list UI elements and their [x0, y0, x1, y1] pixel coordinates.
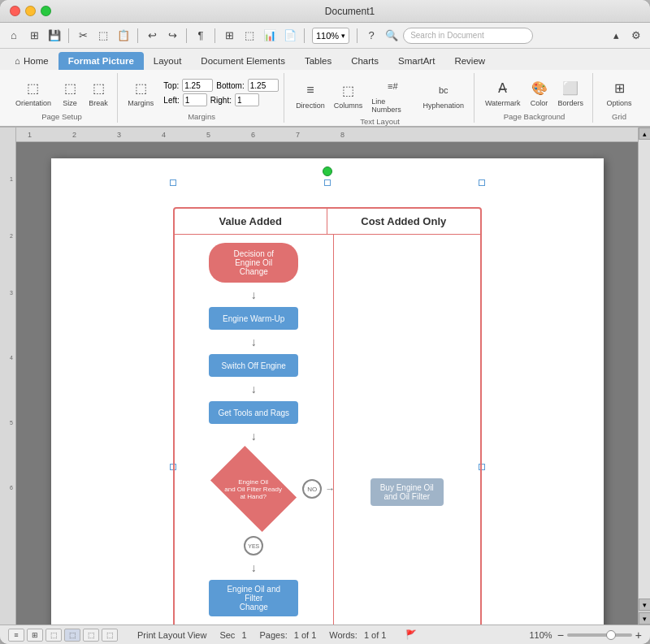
size-button[interactable]: ⬚ Size [57, 76, 83, 109]
tab-review[interactable]: Review [444, 52, 495, 70]
search-box[interactable]: Search in Document [403, 28, 533, 44]
margins-icon: ⬚ [131, 78, 150, 97]
fc-no-arrow: → [325, 483, 335, 495]
fc-yes-label: YES [248, 543, 259, 549]
tab-format-picture[interactable]: Format Picture [58, 52, 144, 70]
tab-home[interactable]: ⌂ Home [5, 52, 58, 70]
scroll-down-button-top[interactable]: ▾ [639, 599, 651, 611]
group-label-grid: Grid [612, 110, 626, 121]
gear-icon[interactable]: ⚙ [627, 27, 645, 45]
frame-icon[interactable]: ⬚ [240, 27, 258, 45]
direction-button[interactable]: ≡ Direction [292, 79, 328, 111]
orientation-button[interactable]: ⬚ Orientation [12, 76, 54, 109]
page-icon[interactable]: 📄 [281, 27, 299, 45]
scroll-up-button[interactable]: ▴ [639, 128, 651, 140]
view-icon-3[interactable]: ⬚ [46, 629, 62, 642]
fc-no-branch: NO → [302, 479, 335, 499]
search-icon-btn[interactable]: 🔍 [383, 27, 401, 45]
borders-button[interactable]: ⬜ Borders [555, 76, 587, 109]
margin-right-input[interactable] [235, 93, 259, 106]
margin-left-input[interactable] [183, 93, 207, 106]
separator5 [304, 28, 305, 43]
tab-charts[interactable]: Charts [341, 52, 388, 70]
undo-icon[interactable]: ↩ [143, 27, 161, 45]
lineno-button[interactable]: ≡# Line Numbers [368, 75, 417, 115]
handle-tc[interactable] [324, 179, 331, 186]
separator [68, 28, 69, 43]
separator3 [186, 28, 187, 43]
pages-value: 1 of 1 [294, 630, 317, 640]
close-button[interactable] [10, 6, 20, 16]
watermark-button[interactable]: A̶ Watermark [482, 76, 524, 109]
zoom-out-button[interactable]: − [557, 629, 564, 642]
group-label-text-layout: Text Layout [360, 115, 400, 126]
scissors-icon[interactable]: ✂ [74, 27, 92, 45]
hyphenation-button[interactable]: bc Hyphenation [419, 79, 467, 111]
pages-label: Pages: [260, 630, 288, 640]
collapse-icon[interactable]: ▴ [607, 27, 625, 45]
margin-bottom-input[interactable] [248, 79, 279, 92]
options-button[interactable]: ⊞ Options [603, 76, 635, 109]
tab-tables[interactable]: Tables [295, 52, 341, 70]
section-value: 1 [241, 630, 246, 640]
zoom-slider-area: 110% − + [529, 629, 642, 642]
status-bar: ≡ ⊞ ⬚ ⬚ ⬚ ⬚ Print Layout View Sec 1 Page… [0, 625, 650, 644]
section-label: Sec [219, 630, 235, 640]
maximize-button[interactable] [41, 6, 51, 16]
margin-top-input[interactable] [182, 79, 213, 92]
separator4 [214, 28, 215, 43]
rotation-handle[interactable] [323, 166, 332, 176]
page-setup-icons: ⬚ Orientation ⬚ Size ⬚ Break [12, 75, 111, 110]
tab-document-elements[interactable]: Document Elements [191, 52, 295, 70]
fc-decision-label: Engine Oil and Oil Filter Ready at Hand? [221, 478, 286, 500]
title-bar: Document1 [0, 0, 650, 23]
help-icon[interactable]: ? [362, 27, 380, 45]
copy-icon[interactable]: ⬚ [94, 27, 112, 45]
grid-icons: ⊞ Options [603, 75, 635, 110]
handle-tr[interactable] [479, 179, 485, 186]
save-icon[interactable]: 💾 [46, 27, 63, 45]
zoom-display[interactable]: 110% ▾ [312, 28, 349, 44]
status-flag-icon: 🚩 [405, 629, 417, 640]
flowchart: Value Added Cost Added Only Decision of … [173, 207, 482, 625]
scroll-down-button-bottom[interactable]: ▾ [639, 612, 651, 625]
home-icon[interactable]: ⌂ [5, 27, 23, 45]
options-icon: ⊞ [609, 78, 629, 97]
tab-layout[interactable]: Layout [144, 52, 192, 70]
scroll-track[interactable] [639, 140, 650, 599]
paste-icon[interactable]: 📋 [115, 27, 132, 45]
group-grid: ⊞ Options Grid [595, 73, 644, 123]
grid-icon[interactable]: ⊞ [25, 27, 43, 45]
fc-change-node: Engine Oil and Filter Change [209, 580, 298, 616]
window-title: Document1 [59, 6, 640, 17]
margins-button[interactable]: ⬚ Margins [124, 76, 157, 109]
toolbar-area: ⌂ ⊞ 💾 ✂ ⬚ 📋 ↩ ↪ ¶ ⊞ ⬚ 📊 📄 110% ▾ ? 🔍 [0, 23, 650, 128]
chart-icon[interactable]: 📊 [261, 27, 279, 45]
table-icon[interactable]: ⊞ [220, 27, 238, 45]
color-button[interactable]: 🎨 Color [526, 76, 552, 109]
ruler-top: 1 2 3 4 5 6 7 8 [16, 128, 638, 142]
view-icon-1[interactable]: ≡ [8, 629, 24, 642]
fc-buy-node: Buy Engine Oil and Oil Filter [370, 478, 444, 506]
view-icon-2[interactable]: ⊞ [27, 629, 43, 642]
break-button[interactable]: ⬚ Break [85, 76, 111, 109]
columns-icon: ⬚ [338, 80, 358, 100]
zoom-percent-label: 110% [529, 630, 552, 640]
zoom-track[interactable] [567, 633, 632, 637]
fc-col2-header: Cost Added Only [327, 209, 480, 234]
view-icon-4[interactable]: ⬚ [64, 629, 80, 642]
redo-icon[interactable]: ↪ [163, 27, 181, 45]
handle-tl[interactable] [170, 179, 176, 186]
arrow-6: ↓ [251, 623, 257, 625]
view-icon-6[interactable]: ⬚ [102, 629, 118, 642]
tab-smartart[interactable]: SmartArt [388, 52, 444, 70]
zoom-in-button[interactable]: + [635, 629, 642, 642]
pilcrow-icon[interactable]: ¶ [192, 27, 210, 45]
group-page-background: A̶ Watermark 🎨 Color ⬜ Borders Page Back… [476, 73, 593, 123]
fc-right-column: Buy Engine Oil and Oil Filter [334, 235, 480, 625]
fc-body: Decision of Engine Oil Change ↓ Engine W… [175, 235, 480, 625]
zoom-thumb[interactable] [606, 630, 616, 640]
view-icon-5[interactable]: ⬚ [83, 629, 99, 642]
columns-button[interactable]: ⬚ Columns [331, 79, 366, 111]
minimize-button[interactable] [25, 6, 36, 16]
